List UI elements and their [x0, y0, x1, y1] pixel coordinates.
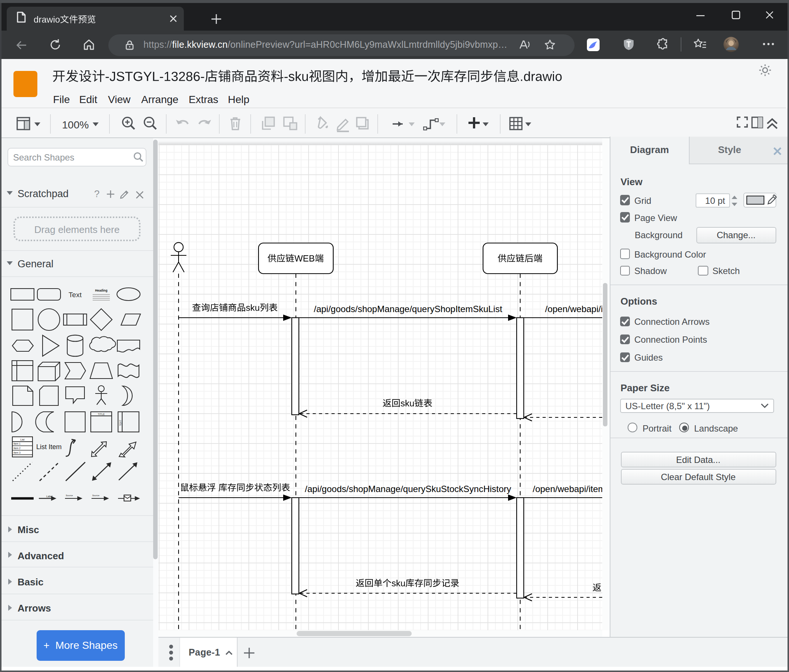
svg-text:Source: Source [66, 494, 73, 497]
svg-text:TEXT: TEXT [119, 420, 122, 426]
svg-text:Source: Source [92, 494, 100, 497]
svg-text:Item 2: Item 2 [13, 447, 21, 449]
svg-text:Item 1: Item 1 [13, 443, 21, 445]
svg-text:List: List [20, 438, 24, 441]
svg-text:Text: Text [69, 291, 82, 299]
svg-text:Heading: Heading [95, 288, 107, 292]
svg-text:Label: Label [46, 495, 53, 498]
svg-text:List Item: List Item [36, 443, 62, 451]
svg-text:TITLE: TITLE [98, 413, 105, 416]
svg-text:Item 3: Item 3 [13, 451, 21, 454]
